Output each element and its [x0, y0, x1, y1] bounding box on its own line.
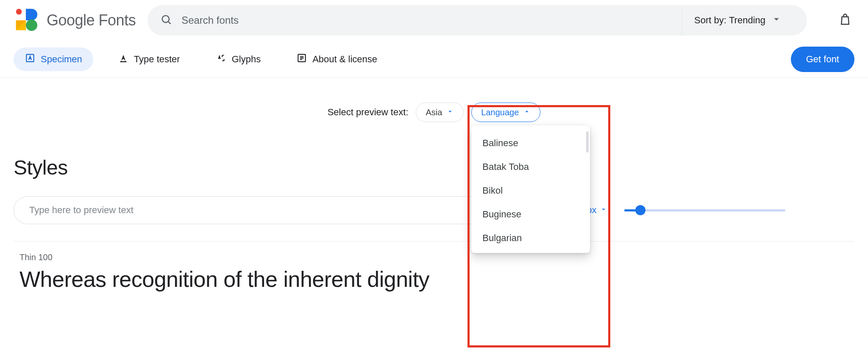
language-option[interactable]: Balinese: [471, 131, 590, 155]
svg-line-6: [168, 22, 171, 24]
chip-label: Asia: [426, 108, 442, 117]
preview-text-label: Select preview text:: [328, 107, 409, 118]
tab-label: About & license: [312, 54, 377, 65]
font-size-slider[interactable]: [624, 202, 785, 219]
brand-logo[interactable]: Google Fonts: [14, 7, 136, 33]
slider-track: [624, 209, 785, 211]
search-input[interactable]: [181, 14, 692, 27]
region-chip[interactable]: Asia: [416, 103, 464, 122]
logo-mark-icon: [14, 7, 38, 33]
style-weight-label: Thin 100: [19, 253, 854, 262]
chevron-up-icon: [523, 108, 531, 117]
tab-about[interactable]: About & license: [285, 47, 388, 71]
chevron-down-icon: [600, 205, 607, 216]
svg-point-4: [26, 19, 37, 31]
svg-point-0: [16, 9, 22, 15]
style-sample-text: Whereas recognition of the inherent dign…: [19, 267, 854, 292]
chip-label: Language: [481, 108, 519, 117]
language-dropdown: Balinese Batak Toba Bikol Buginese Bulga…: [471, 125, 590, 253]
scrollbar-thumb[interactable]: [586, 131, 589, 153]
tab-label: Specimen: [41, 54, 82, 65]
sort-dropdown[interactable]: Sort by: Trending: [682, 5, 794, 36]
tab-label: Glyphs: [232, 54, 261, 65]
language-option[interactable]: Buginese: [471, 203, 590, 226]
tab-label: Type tester: [134, 54, 180, 65]
language-option[interactable]: Batak Toba: [471, 155, 590, 179]
tab-type-tester[interactable]: Type tester: [107, 47, 191, 71]
about-icon: [296, 53, 307, 66]
tab-glyphs[interactable]: Glyphs: [205, 47, 272, 71]
specimen-icon: [25, 53, 36, 66]
brand-text: Google Fonts: [47, 11, 136, 29]
chevron-down-icon: [446, 108, 454, 117]
language-option[interactable]: Bulgarian: [471, 226, 590, 247]
glyphs-icon: [216, 53, 227, 66]
tab-specimen[interactable]: Specimen: [14, 47, 93, 71]
search-icon: [160, 14, 172, 27]
search-bar[interactable]: Sort by: Trending: [147, 5, 807, 36]
type-tester-icon: [118, 53, 129, 66]
language-option[interactable]: Bikol: [471, 179, 590, 203]
styles-heading: Styles: [14, 156, 854, 179]
sort-label: Sort by: Trending: [694, 15, 765, 26]
get-font-button[interactable]: Get font: [791, 47, 854, 72]
shopping-bag-button[interactable]: [836, 11, 854, 30]
chevron-down-icon: [771, 13, 782, 28]
language-chip[interactable]: Language: [471, 103, 540, 122]
slider-thumb[interactable]: [635, 205, 645, 215]
shopping-bag-icon: [839, 13, 851, 28]
svg-point-5: [162, 16, 169, 22]
